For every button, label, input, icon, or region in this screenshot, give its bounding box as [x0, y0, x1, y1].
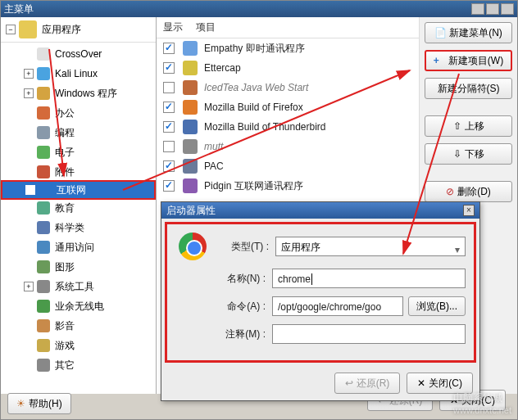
sidebar-item-label: 通用访问	[55, 241, 94, 255]
category-icon	[37, 146, 50, 159]
expander-icon[interactable]: +	[24, 88, 34, 98]
close-button[interactable]	[501, 3, 514, 15]
move-up-button[interactable]: ⇧上移	[425, 115, 512, 137]
expander-icon	[24, 223, 34, 233]
expander-icon	[24, 128, 34, 138]
sidebar-item-label: 其它	[55, 359, 75, 373]
sidebar-item[interactable]: +Kali Linux	[1, 64, 156, 84]
comment-label: 注释(M) :	[213, 327, 266, 341]
help-button[interactable]: ☀帮助(H)	[7, 393, 71, 414]
show-checkbox[interactable]	[163, 102, 175, 113]
app-label: Pidgin 互联网通讯程序	[204, 179, 303, 193]
maximize-button[interactable]	[486, 3, 499, 15]
col-show: 显示	[163, 20, 196, 34]
sidebar-item[interactable]: 业余无线电	[1, 296, 156, 316]
col-item: 项目	[196, 20, 216, 34]
sidebar-item[interactable]: +Windows 程序	[1, 84, 156, 103]
delete-button[interactable]: ⊘删除(D)	[425, 181, 512, 202]
comment-input[interactable]	[272, 324, 466, 344]
list-item[interactable]: PAC	[157, 156, 419, 176]
show-checkbox[interactable]	[163, 160, 175, 172]
minimize-button[interactable]	[471, 3, 484, 15]
name-input[interactable]: chrome	[272, 269, 466, 288]
sidebar-item[interactable]: 互联网	[1, 180, 156, 200]
list-item[interactable]: Empathy 即时通讯程序	[157, 38, 419, 58]
command-input[interactable]: /opt/google/chrome/goo	[272, 296, 403, 316]
sidebar-item[interactable]: 编程	[1, 123, 156, 142]
app-icon	[183, 139, 198, 154]
category-icon	[37, 106, 50, 120]
sidebar-item[interactable]: 图形	[1, 257, 156, 277]
category-icon	[37, 165, 50, 178]
list-item[interactable]: IcedTea Java Web Start	[157, 78, 419, 97]
app-label: PAC	[204, 160, 224, 172]
expander-icon[interactable]: +	[24, 69, 34, 79]
list-item[interactable]: Mozilla Build of Thunderbird	[157, 117, 419, 137]
show-checkbox[interactable]	[163, 43, 175, 54]
list-item[interactable]: Pidgin 互联网通讯程序	[157, 176, 419, 196]
new-item-button[interactable]: +新建项目(W)	[425, 50, 512, 71]
sidebar-item[interactable]: 其它	[1, 355, 156, 375]
show-checkbox[interactable]	[163, 121, 175, 133]
sidebar-item-label: CrossOver	[55, 48, 102, 60]
list-item[interactable]: mutt	[157, 137, 419, 156]
sidebar-item-label: 互联网	[57, 183, 86, 197]
app-icon	[183, 61, 198, 75]
move-down-button[interactable]: ⇩下移	[425, 143, 512, 165]
launcher-properties-dialog: 启动器属性 × 类型(T) : 应用程序 名称(N) : chrome 命令(A…	[161, 201, 480, 401]
dialog-revert-button[interactable]: ↩还原(R)	[334, 373, 401, 394]
list-item[interactable]: Mozilla Build of Firefox	[157, 97, 419, 117]
show-checkbox[interactable]	[163, 62, 175, 74]
command-label: 命令(A) :	[213, 300, 266, 314]
expander-icon	[24, 147, 34, 157]
expander-icon	[24, 262, 34, 272]
list-item[interactable]: Ettercap	[157, 58, 419, 78]
category-icon	[37, 87, 50, 100]
expander-icon	[24, 341, 34, 350]
category-icon	[37, 67, 50, 80]
category-icon	[37, 359, 50, 372]
dialog-close-button[interactable]: ✕关闭(C)	[407, 373, 473, 394]
sidebar-item[interactable]: 通用访问	[1, 237, 156, 257]
show-checkbox[interactable]	[163, 180, 175, 192]
sidebar-item[interactable]: 电子	[1, 142, 156, 162]
new-separator-button[interactable]: 新建分隔符(S)	[425, 78, 512, 99]
dialog-close-icon[interactable]: ×	[463, 205, 475, 216]
sidebar-item[interactable]: 教育	[1, 198, 156, 218]
expander-icon	[25, 185, 35, 195]
category-icon	[37, 260, 50, 273]
show-checkbox[interactable]	[163, 82, 175, 93]
new-menu-button[interactable]: 📄新建菜单(N)	[425, 22, 512, 43]
sidebar-item-label: 业余无线电	[55, 300, 104, 314]
sidebar-item-label: Windows 程序	[55, 87, 117, 101]
app-label: mutt	[204, 141, 223, 152]
browse-button[interactable]: 浏览(B)...	[408, 296, 466, 316]
app-label: Mozilla Build of Thunderbird	[204, 121, 326, 133]
sidebar-item[interactable]: 科学类	[1, 218, 156, 237]
sidebar-item[interactable]: +系统工具	[1, 277, 156, 296]
sidebar-item[interactable]: 游戏	[1, 336, 156, 355]
name-label: 名称(N) :	[213, 272, 266, 286]
type-label: 类型(T) :	[216, 240, 269, 254]
category-icon	[37, 126, 50, 139]
category-icon	[37, 339, 50, 352]
sidebar-item[interactable]: 办公	[1, 103, 156, 123]
sidebar-item[interactable]: CrossOver	[1, 44, 156, 64]
window-title: 主菜单	[4, 2, 34, 16]
app-icon	[183, 178, 198, 193]
sidebar-header: 应用程序	[42, 23, 81, 37]
type-select[interactable]: 应用程序	[275, 237, 466, 256]
sidebar-item[interactable]: 影音	[1, 316, 156, 336]
expander-icon[interactable]: −	[6, 25, 16, 34]
expander-icon	[24, 203, 34, 213]
revert-icon: ↩	[345, 377, 353, 389]
sidebar-item[interactable]: 附件	[1, 162, 156, 182]
show-checkbox[interactable]	[163, 141, 175, 152]
chrome-icon[interactable]	[179, 233, 207, 260]
sidebar-item-label: 附件	[55, 165, 75, 179]
expander-icon[interactable]: +	[24, 282, 34, 291]
arrow-up-icon: ⇧	[453, 120, 461, 132]
category-icon	[37, 280, 50, 293]
sidebar-item-label: 办公	[55, 106, 75, 120]
arrow-down-icon: ⇩	[453, 148, 461, 160]
